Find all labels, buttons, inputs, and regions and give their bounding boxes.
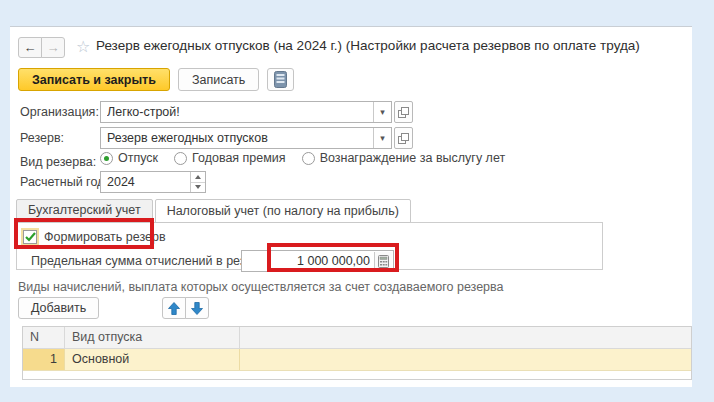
radio-vacation[interactable]: Отпуск [100, 151, 158, 165]
spinner-up-button[interactable] [191, 172, 205, 182]
checkbox-checked-icon[interactable] [23, 230, 37, 244]
calculator-icon [378, 255, 389, 268]
limit-sum-input[interactable] [242, 251, 393, 271]
reserve-type-label: Вид резерва: [20, 151, 96, 173]
nav-buttons: ← → [18, 37, 65, 58]
form-reserve-checkbox-label: Формировать резерв [44, 230, 166, 244]
radio-label: Вознаграждение за выслугу лет [320, 151, 506, 165]
calculator-button[interactable] [374, 252, 392, 270]
tab-tax-accounting[interactable]: Налоговый учет (по налогу на прибыль) [155, 199, 411, 223]
organization-dropdown-button[interactable]: ▾ [373, 102, 391, 122]
radio-unselected-icon [174, 152, 187, 165]
year-spinner [190, 172, 205, 192]
back-arrow-icon: ← [24, 40, 37, 55]
radio-selected-icon [100, 152, 113, 165]
limit-sum-field [241, 250, 394, 272]
report-icon [274, 71, 287, 88]
column-header-n[interactable]: N [23, 327, 65, 348]
report-button[interactable] [267, 68, 294, 91]
forward-arrow-icon: → [47, 40, 60, 55]
move-down-button[interactable] [185, 297, 209, 319]
arrow-up-icon [168, 302, 180, 315]
open-link-icon [398, 133, 409, 144]
row-number-cell[interactable]: 1 [23, 349, 65, 370]
organization-label: Организация: [20, 101, 99, 123]
year-input[interactable] [101, 172, 190, 192]
save-button[interactable]: Записать [178, 68, 259, 91]
radio-label: Отпуск [118, 151, 158, 165]
reserve-type-radio-group: Отпуск Годовая премия Вознаграждение за … [100, 151, 505, 165]
favorite-star-icon[interactable]: ☆ [76, 38, 90, 56]
form-window: ← → ☆ Резерв ежегодных отпусков (на 2024… [10, 26, 692, 387]
accruals-table: N Вид отпуска 1 Основной [22, 326, 692, 380]
organization-combobox: ▾ [100, 101, 392, 123]
reserve-input[interactable] [101, 128, 373, 148]
reserve-open-button[interactable] [394, 127, 413, 149]
limit-sum-label: Предельная сумма отчислений в резерв: [31, 250, 269, 272]
open-link-icon [398, 107, 409, 118]
radio-annual-bonus[interactable]: Годовая премия [174, 151, 286, 165]
tab-accounting[interactable]: Бухгалтерский учет [16, 199, 153, 222]
arrow-down-icon [191, 302, 203, 315]
radio-unselected-icon [302, 152, 315, 165]
year-field [100, 171, 206, 193]
year-label: Расчетный год: [20, 171, 108, 193]
tab-bar: Бухгалтерский учет Налоговый учет (по на… [16, 199, 411, 223]
accruals-caption: Виды начислений, выплата которых осущест… [18, 280, 504, 294]
column-header-vacation-type[interactable]: Вид отпуска [65, 327, 240, 348]
add-button[interactable]: Добавить [18, 297, 99, 319]
move-up-button[interactable] [162, 297, 186, 319]
move-buttons [162, 297, 209, 319]
table-empty-area[interactable] [23, 371, 691, 379]
radio-seniority-reward[interactable]: Вознаграждение за выслугу лет [302, 151, 506, 165]
accruals-toolbar: Добавить [18, 297, 209, 319]
radio-label: Годовая премия [192, 151, 286, 165]
spinner-down-button[interactable] [191, 182, 205, 193]
empty-cell[interactable] [240, 349, 691, 370]
column-header-empty [240, 327, 691, 348]
table-row[interactable]: 1 Основной [23, 349, 691, 371]
table-header-row: N Вид отпуска [23, 327, 691, 349]
reserve-label: Резерв: [20, 127, 64, 149]
chevron-down-icon: ▾ [380, 133, 385, 143]
reserve-combobox: ▾ [100, 127, 392, 149]
chevron-down-icon: ▾ [380, 107, 385, 117]
form-reserve-checkbox-row[interactable]: Формировать резерв [23, 227, 166, 247]
back-button[interactable]: ← [18, 37, 42, 58]
organization-open-button[interactable] [394, 101, 413, 123]
vacation-type-cell[interactable]: Основной [65, 349, 240, 370]
organization-input[interactable] [101, 102, 373, 122]
save-and-close-button[interactable]: Записать и закрыть [18, 68, 170, 91]
command-bar: Записать и закрыть Записать [18, 68, 294, 91]
forward-button[interactable]: → [41, 37, 65, 58]
page-title: Резерв ежегодных отпусков (на 2024 г.) (… [96, 38, 640, 53]
tax-tab-panel: Формировать резерв Предельная сумма отчи… [16, 222, 603, 270]
reserve-dropdown-button[interactable]: ▾ [373, 128, 391, 148]
